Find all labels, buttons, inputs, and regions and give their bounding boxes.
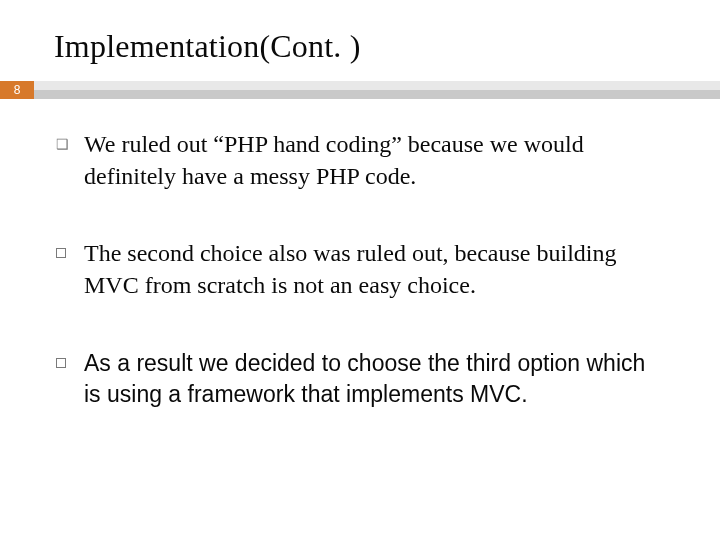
slide-body: ❑ We ruled out “PHP hand coding” because… — [0, 99, 720, 409]
list-item-text: The second choice also was ruled out, be… — [84, 238, 664, 301]
horizontal-rule — [34, 81, 720, 99]
page-number-badge: 8 — [0, 81, 34, 99]
list-item: The second choice also was ruled out, be… — [56, 238, 664, 301]
list-item: As a result we decided to choose the thi… — [56, 348, 664, 410]
title-rule: 8 — [0, 81, 720, 99]
bullet-q-icon: ❑ — [56, 129, 84, 153]
list-item-text: We ruled out “PHP hand coding” because w… — [84, 129, 664, 192]
bullet-square-icon — [56, 238, 84, 262]
list-item: ❑ We ruled out “PHP hand coding” because… — [56, 129, 664, 192]
slide-title: Implementation(Cont. ) — [0, 28, 720, 65]
list-item-text: As a result we decided to choose the thi… — [84, 348, 664, 410]
slide: Implementation(Cont. ) 8 ❑ We ruled out … — [0, 0, 720, 540]
bullet-square-icon — [56, 348, 84, 372]
